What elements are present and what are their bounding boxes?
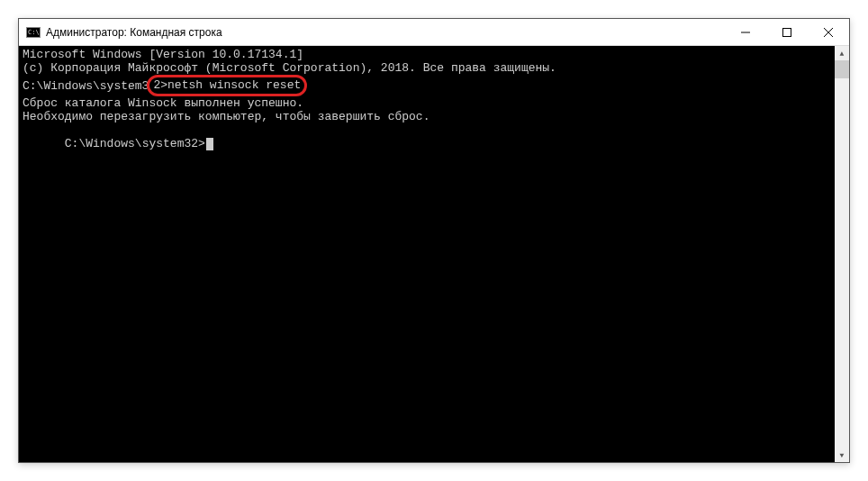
svg-rect-1 bbox=[783, 28, 791, 36]
prompt-prefix: C:\Windows\system3 bbox=[23, 79, 149, 93]
console-prompt: C:\Windows\system32> bbox=[23, 123, 845, 164]
maximize-button[interactable] bbox=[766, 19, 808, 45]
scroll-up-button[interactable]: ▲ bbox=[835, 46, 849, 60]
cmd-icon: C:\ bbox=[26, 27, 41, 38]
minimize-button[interactable] bbox=[725, 19, 766, 45]
console-area[interactable]: Microsoft Windows [Version 10.0.17134.1]… bbox=[19, 46, 849, 462]
window-controls bbox=[725, 19, 849, 45]
highlighted-command: 2>netsh winsock reset bbox=[147, 75, 307, 96]
prompt-text: C:\Windows\system32> bbox=[65, 137, 205, 150]
console-line: Необходимо перезагрузить компьютер, чтоб… bbox=[23, 110, 845, 123]
console-line: C:\Windows\system32>netsh winsock reset bbox=[23, 75, 845, 96]
close-button[interactable] bbox=[808, 19, 849, 45]
console-line: Microsoft Windows [Version 10.0.17134.1] bbox=[23, 48, 845, 61]
vertical-scrollbar[interactable]: ▲ ▼ bbox=[835, 46, 849, 462]
scroll-down-button[interactable]: ▼ bbox=[835, 448, 849, 462]
console-line: (c) Корпорация Майкрософт (Microsoft Cor… bbox=[23, 61, 845, 75]
cursor-icon bbox=[206, 138, 213, 150]
titlebar[interactable]: C:\ Администратор: Командная строка bbox=[19, 19, 849, 46]
command-prompt-window: C:\ Администратор: Командная строка Micr… bbox=[18, 18, 850, 463]
window-title: Администратор: Командная строка bbox=[46, 26, 725, 39]
scroll-thumb[interactable] bbox=[835, 60, 849, 78]
console-line: Сброс каталога Winsock выполнен успешно. bbox=[23, 96, 845, 110]
